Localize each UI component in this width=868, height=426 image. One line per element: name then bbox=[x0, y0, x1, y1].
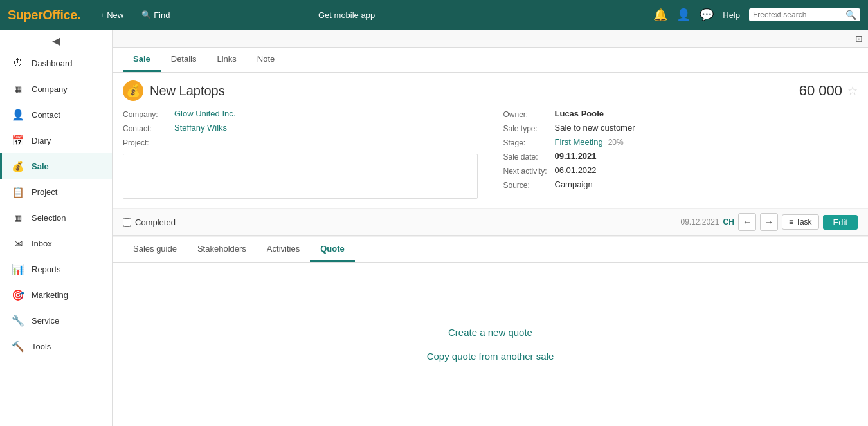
copy-quote-link[interactable]: Copy quote from another sale bbox=[427, 351, 554, 362]
sale-amount-group: 60 000 ☆ bbox=[799, 82, 858, 99]
sale-icon: 💰 bbox=[11, 159, 25, 173]
sidebar-item-company[interactable]: ▦ Company bbox=[0, 76, 112, 102]
source-value: Campaign bbox=[555, 180, 593, 189]
sub-tab-activities[interactable]: Activities bbox=[257, 237, 310, 262]
completed-input[interactable] bbox=[123, 218, 131, 227]
stage-value[interactable]: First Meeting bbox=[555, 137, 603, 147]
prev-button[interactable]: ← bbox=[738, 213, 756, 231]
task-button[interactable]: ≡ Task bbox=[782, 214, 819, 230]
sidebar-item-marketing[interactable]: 🎯 Marketing bbox=[0, 282, 112, 308]
owner-field: Owner: Lucas Poole bbox=[503, 109, 858, 119]
sidebar-item-service[interactable]: 🔧 Service bbox=[0, 308, 112, 333]
sidebar-label-tools: Tools bbox=[32, 342, 51, 351]
company-icon: ▦ bbox=[11, 82, 25, 96]
project-icon: 📋 bbox=[11, 185, 25, 199]
sidebar-label-company: Company bbox=[32, 84, 68, 94]
sub-tabs: Sales guide Stakeholders Activities Quot… bbox=[113, 237, 868, 263]
tab-details[interactable]: Details bbox=[161, 48, 207, 72]
sale-type-label: Sale type: bbox=[503, 123, 555, 133]
project-field: Project: bbox=[123, 137, 478, 147]
edit-label: Edit bbox=[833, 218, 847, 227]
new-button[interactable]: + New bbox=[96, 8, 127, 23]
sidebar-label-contact: Contact bbox=[32, 110, 60, 120]
sale-detail: 💰 New Laptops 60 000 ☆ bbox=[113, 73, 868, 208]
sale-date-label: Sale date: bbox=[503, 151, 555, 162]
tab-note[interactable]: Note bbox=[247, 48, 285, 72]
sidebar-item-tools[interactable]: 🔨 Tools bbox=[0, 333, 112, 359]
quote-area: Create a new quote Copy quote from anoth… bbox=[113, 263, 868, 426]
top-navigation: SuperOffice. + New 🔍 Find Get mobile app… bbox=[0, 0, 868, 30]
sidebar-label-inbox: Inbox bbox=[32, 239, 52, 248]
next-activity-field: Next activity: 06.01.2022 bbox=[503, 165, 858, 176]
sidebar-item-reports[interactable]: 📊 Reports bbox=[0, 256, 112, 282]
inbox-icon: ✉ bbox=[11, 236, 25, 250]
marketing-icon: 🎯 bbox=[11, 288, 25, 302]
sale-date-field: Sale date: 09.11.2021 bbox=[503, 151, 858, 162]
stage-field: Stage: First Meeting 20% bbox=[503, 137, 858, 147]
sale-type-value: Sale to new customer bbox=[555, 123, 635, 133]
find-button[interactable]: 🔍 Find bbox=[138, 8, 174, 23]
sale-title: New Laptops bbox=[150, 84, 225, 98]
next-icon: → bbox=[764, 217, 773, 227]
contact-label: Contact: bbox=[123, 123, 174, 133]
topnav-icons: 🔔 👤 💬 Help 🔍 bbox=[653, 8, 860, 22]
selection-icon: ▦ bbox=[11, 210, 25, 225]
messages-icon[interactable]: 💬 bbox=[700, 8, 714, 22]
sub-tab-quote[interactable]: Quote bbox=[310, 237, 355, 262]
sidebar-label-diary: Diary bbox=[32, 136, 51, 145]
search-input[interactable] bbox=[753, 10, 843, 19]
edit-button[interactable]: Edit bbox=[823, 215, 858, 230]
service-icon: 🔧 bbox=[11, 313, 25, 328]
sidebar: ◀ ⏱ Dashboard ▦ Company 👤 Contact 📅 Diar… bbox=[0, 30, 113, 426]
company-value[interactable]: Glow United Inc. bbox=[174, 109, 235, 118]
expand-icon[interactable]: ⊡ bbox=[855, 33, 863, 44]
tools-icon: 🔨 bbox=[11, 339, 25, 353]
description-input[interactable] bbox=[123, 154, 478, 199]
contact-value[interactable]: Steffany Wilks bbox=[174, 123, 227, 133]
main-content: ⊡ Sale Details Links Note bbox=[113, 30, 868, 426]
completed-label: Completed bbox=[135, 218, 176, 227]
fields-right: Owner: Lucas Poole Sale type: Sale to ne… bbox=[491, 109, 858, 201]
sidebar-item-dashboard[interactable]: ⏱ Dashboard bbox=[0, 50, 112, 76]
sidebar-item-diary[interactable]: 📅 Diary bbox=[0, 127, 112, 153]
sale-type-field: Sale type: Sale to new customer bbox=[503, 123, 858, 133]
find-icon: 🔍 bbox=[141, 10, 151, 19]
task-label: Task bbox=[796, 218, 812, 227]
search-box[interactable]: 🔍 bbox=[749, 8, 860, 21]
stage-percentage: 20% bbox=[608, 138, 624, 147]
ch-badge: CH bbox=[723, 218, 734, 227]
create-quote-link[interactable]: Create a new quote bbox=[448, 327, 532, 338]
sale-date-value: 09.11.2021 bbox=[555, 151, 597, 161]
sale-bottom-bar: Completed 09.12.2021 CH ← → ≡ Tas bbox=[113, 208, 868, 235]
sidebar-item-inbox[interactable]: ✉ Inbox bbox=[0, 230, 112, 256]
sub-tab-sales-guide[interactable]: Sales guide bbox=[123, 237, 187, 262]
app-logo: SuperOffice. bbox=[8, 8, 80, 23]
company-field: Company: Glow United Inc. bbox=[123, 109, 478, 119]
sidebar-collapse-button[interactable]: ◀ bbox=[0, 32, 112, 50]
notifications-icon[interactable]: 🔔 bbox=[653, 8, 667, 22]
sub-tab-stakeholders[interactable]: Stakeholders bbox=[187, 237, 257, 262]
upper-panel: Sale Details Links Note bbox=[113, 48, 868, 236]
sale-amount: 60 000 bbox=[799, 82, 842, 99]
sidebar-item-contact[interactable]: 👤 Contact bbox=[0, 102, 112, 127]
help-link[interactable]: Help bbox=[723, 10, 740, 20]
project-label: Project: bbox=[123, 137, 174, 147]
favorite-star-icon[interactable]: ☆ bbox=[847, 84, 858, 98]
next-button[interactable]: → bbox=[760, 213, 778, 231]
sidebar-item-sale[interactable]: 💰 Sale bbox=[0, 153, 112, 179]
completed-checkbox[interactable]: Completed bbox=[123, 218, 176, 227]
reports-icon: 📊 bbox=[11, 262, 25, 276]
tab-links[interactable]: Links bbox=[207, 48, 247, 72]
diary-icon: 📅 bbox=[11, 133, 25, 147]
sale-title-group: 💰 New Laptops bbox=[123, 80, 225, 101]
profile-icon[interactable]: 👤 bbox=[676, 8, 691, 22]
main-top-bar: ⊡ bbox=[113, 30, 868, 48]
sidebar-item-project[interactable]: 📋 Project bbox=[0, 179, 112, 205]
source-label: Source: bbox=[503, 180, 555, 190]
stage-label: Stage: bbox=[503, 137, 555, 147]
tab-sale[interactable]: Sale bbox=[123, 48, 161, 72]
sidebar-item-selection[interactable]: ▦ Selection bbox=[0, 205, 112, 230]
sidebar-label-selection: Selection bbox=[32, 213, 66, 223]
mobile-app-link[interactable]: Get mobile app bbox=[318, 10, 375, 20]
lower-panel: Sales guide Stakeholders Activities Quot… bbox=[113, 237, 868, 426]
